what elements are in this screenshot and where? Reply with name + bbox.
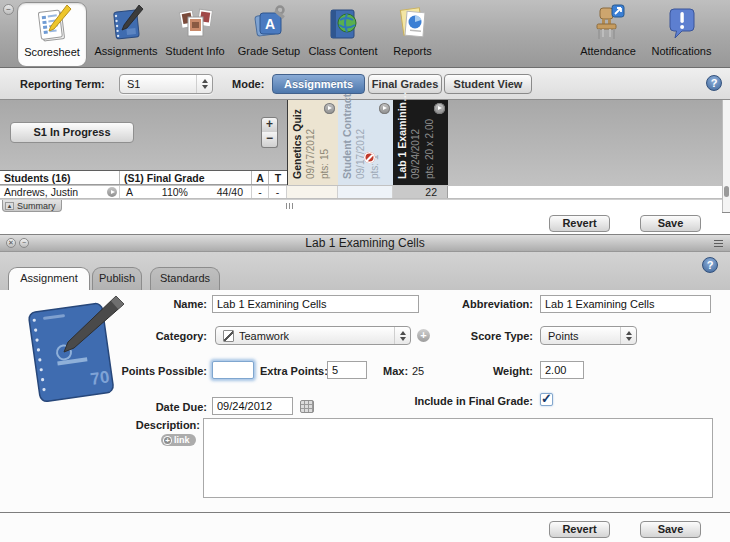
student-detail-icon[interactable] [107,187,117,197]
points-possible-label: Points Possible: [60,365,207,377]
scoresheet-action-bar: Revert Save [0,213,730,234]
panel-title-bar: Lab 1 Examining Cells ✕ − [0,234,730,252]
mode-button-assignments[interactable]: Assignments [272,74,365,94]
name-label: Name: [60,298,207,310]
scoresheet-icon [32,4,72,46]
grade-setup-icon: A [249,3,289,45]
toolbar-item-student-info[interactable]: Student Info [160,2,230,65]
assignment-date: 09/17/2012 [304,100,318,179]
assignment-title: Lab 1 Examinin… [395,100,409,179]
score-type-value: Points [548,330,579,342]
abbreviation-field[interactable] [540,295,711,313]
minimize-icon[interactable]: − [19,238,29,248]
svg-text:A: A [265,16,275,32]
toolbar-item-assignments[interactable]: Assignments [90,2,162,65]
grade-fraction: 44/40 [217,186,243,198]
pane-menu-icon[interactable] [714,240,723,247]
tab-assignment[interactable]: Assignment [8,267,90,290]
student-name: Andrews, Justin [4,186,78,198]
tab-publish[interactable]: Publish [92,267,142,290]
toolbar-item-label: Reports [385,45,440,57]
assignment-title: Student Contract [340,100,354,179]
absences-column-header[interactable]: A [252,171,269,184]
scoresheet-header-row: Students (16) (S1) Final Grade A T [0,170,287,185]
grade-letter: A [126,186,133,198]
student-row: Andrews, Justin A 110% 44/40 - - 22 [0,186,722,199]
column-resize-grip-icon[interactable] [286,203,295,209]
revert-button[interactable]: Revert [549,215,610,232]
toolbar-item-attendance[interactable]: Attendance [573,2,643,65]
summary-tab[interactable]: ▲ Summary [2,200,62,212]
plus-icon: + [163,436,172,445]
extra-points-field[interactable] [327,361,367,379]
toolbar-item-label: Grade Setup [233,45,305,57]
description-label: Description: [60,419,200,431]
mode-label: Mode: [232,78,264,90]
toolbar-item-label: Attendance [573,45,643,57]
final-grade-column-header[interactable]: (S1) Final Grade [120,171,252,184]
category-value: Teamwork [239,330,289,342]
checkmark-icon: ✓ [541,391,552,406]
close-icon[interactable]: ✕ [6,238,16,248]
vertical-scrollbar[interactable] [722,100,730,212]
reporting-term-select[interactable]: S1 [119,74,213,94]
stepper-icon [196,75,212,93]
calendar-icon[interactable] [300,400,314,413]
include-final-grade-checkbox[interactable]: ✓ [540,393,553,406]
class-content-icon [323,3,363,45]
weight-label: Weight: [380,365,533,377]
toolbar-item-reports[interactable]: Reports [385,2,440,65]
final-grade-cell[interactable]: A 110% 44/40 [120,186,252,198]
scrollbar-thumb[interactable] [724,186,729,197]
reports-icon [393,3,433,45]
toolbar-item-scoresheet[interactable]: Scoresheet [17,2,87,67]
toolbar-item-grade-setup[interactable]: A Grade Setup [233,2,305,65]
assignment-column-lab1-selected[interactable]: Lab 1 Examinin… 09/24/2012 pts: 20 x 2.0… [393,100,448,185]
toolbar-item-label: Student Info [160,45,230,57]
add-link-button[interactable]: + link [161,434,196,446]
student-name-cell[interactable]: Andrews, Justin [0,186,120,198]
students-column-header[interactable]: Students (16) [0,171,120,184]
absences-cell[interactable]: - [252,186,269,198]
mode-button-student-view[interactable]: Student View [444,74,532,94]
toolbar-item-label: Assignments [90,45,162,57]
points-possible-field[interactable] [212,361,254,379]
toolbar-item-notifications[interactable]: Notifications [645,2,718,65]
score-type-select[interactable]: Points [540,326,637,345]
mode-bar: Reporting Term: S1 Mode: Assignments Fin… [0,68,730,100]
assignment-column-genetics-quiz[interactable]: Genetics Quiz 09/17/2012 pts: 15 [287,100,338,185]
revert-button[interactable]: Revert [549,521,610,538]
help-icon[interactable]: ? [706,75,722,91]
extra-points-label: Extra Points: [260,365,322,377]
include-final-grade-label: Include in Final Grade: [380,395,533,407]
assignment-detail-panel: Lab 1 Examining Cells ✕ − Assignment Pub… [0,234,730,542]
tardies-cell[interactable]: - [269,186,287,198]
panel-title: Lab 1 Examining Cells [305,236,424,250]
weight-field[interactable] [540,361,584,379]
help-icon[interactable]: ? [702,257,718,273]
summary-expand-icon[interactable]: ▲ [5,202,14,210]
toolbar-item-class-content[interactable]: Class Content [305,2,381,65]
save-button[interactable]: Save [640,521,701,538]
score-cell-lab1-selected[interactable]: 22 [393,186,448,198]
not-published-icon [364,152,375,163]
assignment-detail-icon[interactable] [379,103,390,114]
assignment-column-student-contract[interactable]: Student Contract 09/17/2012 pts: 1 [338,100,393,185]
description-field[interactable] [203,418,713,498]
tardies-column-header[interactable]: T [269,171,287,184]
score-cell-genetics[interactable] [287,186,338,198]
tab-standards[interactable]: Standards [150,267,220,290]
grade-percent: 110% [162,186,188,198]
student-info-icon [175,3,215,45]
save-button[interactable]: Save [640,215,701,232]
zoom-out-button[interactable]: − [261,132,278,148]
score-cell-contract[interactable] [338,186,393,198]
term-status-button[interactable]: S1 In Progress [10,122,134,143]
toolbar-collapse-icon[interactable]: − [3,4,14,15]
date-due-field[interactable] [212,397,293,415]
assignment-detail-icon[interactable] [434,103,445,114]
scoresheet-grid: S1 In Progress + − Genetics Quiz 09/17/2… [0,100,730,213]
assignment-date: 09/24/2012 [409,100,423,179]
assignment-detail-icon[interactable] [324,103,335,114]
powerteacher-gradebook-window: − Scoresheet [0,0,730,542]
